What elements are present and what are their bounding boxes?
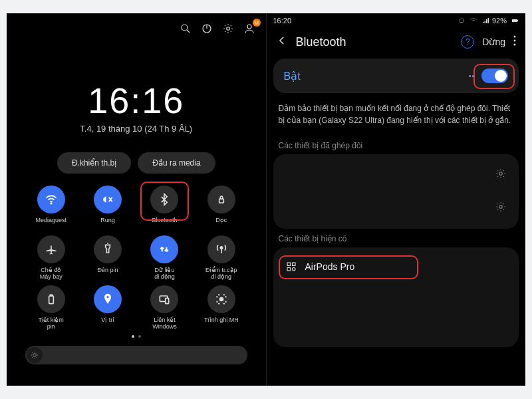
bluetooth-toggle[interactable] xyxy=(481,68,508,83)
svg-point-0 xyxy=(182,25,188,31)
bluetooth-toggle-card[interactable]: Bật •• xyxy=(273,59,519,93)
back-icon[interactable] xyxy=(276,35,288,49)
svg-point-11 xyxy=(220,247,222,249)
hotspot-icon xyxy=(207,235,235,263)
svg-rect-12 xyxy=(49,296,53,304)
svg-point-17 xyxy=(219,298,223,301)
media-output-pill[interactable]: Đầu ra media xyxy=(138,152,215,174)
link-windows-icon xyxy=(150,285,178,313)
data-icon xyxy=(150,235,178,263)
device-control-pill[interactable]: Đ.khiển th.bị xyxy=(57,152,131,174)
qs-bluetooth[interactable]: Bluetooth xyxy=(136,186,193,230)
available-section-label: Các thiết bị hiện có xyxy=(267,229,526,247)
lock-rotate-icon xyxy=(207,186,235,213)
svg-rect-20 xyxy=(517,20,518,21)
status-bar: 16:20 92% xyxy=(267,13,526,28)
vibrate-icon xyxy=(94,186,122,213)
svg-point-24 xyxy=(499,172,503,176)
device-type-icon xyxy=(285,261,297,273)
svg-line-1 xyxy=(187,30,190,33)
available-device-row[interactable]: AirPods Pro xyxy=(273,251,519,282)
paired-section-label: Các thiết bị đã ghép đôi xyxy=(267,136,526,154)
svg-point-22 xyxy=(514,40,516,42)
svg-point-14 xyxy=(106,296,108,298)
airplane-icon xyxy=(37,235,65,263)
more-icon[interactable] xyxy=(513,35,516,49)
profile-icon[interactable] xyxy=(243,23,255,35)
qs-link-windows[interactable]: Liên kết Windows xyxy=(136,285,193,330)
qs-location[interactable]: Vị trí xyxy=(79,285,136,330)
wifi-icon xyxy=(37,186,65,213)
svg-point-6 xyxy=(51,203,52,204)
status-time: 16:20 xyxy=(273,17,292,25)
qs-rotate[interactable]: Dọc xyxy=(193,186,249,230)
svg-rect-13 xyxy=(50,295,52,296)
qs-hotspot[interactable]: Điểm tr.cập di động xyxy=(193,235,249,280)
svg-rect-16 xyxy=(166,298,169,303)
qs-battery-saver[interactable]: Tiết kiệm pin xyxy=(23,285,79,330)
gear-icon[interactable] xyxy=(222,23,234,35)
qs-wifi[interactable]: Mediaguest xyxy=(23,186,79,230)
qs-data[interactable]: Dữ liệu di động xyxy=(136,235,193,280)
svg-rect-27 xyxy=(292,263,295,266)
clock-widget: 16:16 T.4, 19 tháng 10 (24 Th 9 ÂL) xyxy=(7,80,266,134)
svg-point-23 xyxy=(514,44,516,46)
bluetooth-header: Bluetooth ? Dừng xyxy=(267,28,526,59)
location-icon xyxy=(94,285,122,313)
quick-settings-screen: 16:16 T.4, 19 tháng 10 (24 Th 9 ÂL) Đ.kh… xyxy=(7,13,266,386)
scanning-indicator: •• xyxy=(469,72,475,80)
control-pills: Đ.khiển th.bị Đầu ra media xyxy=(7,152,266,174)
paired-device-row[interactable] xyxy=(273,192,519,225)
battery-status-icon xyxy=(511,17,519,25)
paired-devices-card xyxy=(273,154,519,229)
power-icon[interactable] xyxy=(201,23,213,35)
svg-point-18 xyxy=(33,354,37,357)
clock-date: T.4, 19 tháng 10 (24 Th 9 ÂL) xyxy=(7,124,266,134)
battery-icon xyxy=(37,285,65,313)
brightness-slider[interactable] xyxy=(25,346,247,364)
gear-icon[interactable] xyxy=(495,168,507,182)
qs-screen-record[interactable]: Trình ghi MH xyxy=(193,285,249,330)
vibrate-status-icon xyxy=(458,17,466,25)
svg-point-4 xyxy=(226,27,229,31)
status-right: 92% xyxy=(456,17,519,25)
page-title: Bluetooth xyxy=(296,35,346,49)
signal-status-icon xyxy=(481,17,489,25)
help-icon[interactable]: ? xyxy=(461,35,474,49)
bluetooth-description: Đảm bảo thiết bị bạn muốn kết nối đang ở… xyxy=(267,93,526,136)
brightness-icon xyxy=(27,347,43,363)
stop-scan-button[interactable]: Dừng xyxy=(482,37,505,47)
available-devices-card: AirPods Pro xyxy=(273,247,519,347)
battery-percent: 92% xyxy=(492,17,507,25)
toggle-label: Bật xyxy=(284,70,301,82)
screen-record-icon xyxy=(207,285,235,313)
svg-rect-9 xyxy=(219,199,223,203)
top-icons-row xyxy=(7,13,266,37)
qs-airplane[interactable]: Chế độ Máy bay xyxy=(23,235,79,280)
bluetooth-icon xyxy=(150,186,178,213)
qs-sound[interactable]: Rung xyxy=(79,186,136,230)
clock-time: 16:16 xyxy=(7,80,266,121)
svg-point-21 xyxy=(514,36,516,38)
svg-point-5 xyxy=(247,25,251,29)
bluetooth-settings-screen: 16:20 92% Bluetooth ? Dừng Bật •• xyxy=(267,13,526,386)
device-name: AirPods Pro xyxy=(305,261,355,272)
svg-rect-26 xyxy=(287,263,291,266)
svg-point-29 xyxy=(292,268,295,271)
svg-point-25 xyxy=(499,205,503,209)
search-icon[interactable] xyxy=(180,23,192,35)
quick-settings-grid: Mediaguest Rung Bluetooth Dọc Chế độ Máy… xyxy=(7,174,266,332)
paired-device-row[interactable] xyxy=(273,158,519,192)
svg-rect-19 xyxy=(512,19,517,22)
wifi-status-icon xyxy=(469,17,477,25)
page-dots xyxy=(7,335,266,338)
qs-flashlight[interactable]: Đèn pin xyxy=(79,235,136,280)
flashlight-icon xyxy=(94,235,122,263)
svg-rect-28 xyxy=(287,268,291,271)
gear-icon[interactable] xyxy=(495,201,507,215)
